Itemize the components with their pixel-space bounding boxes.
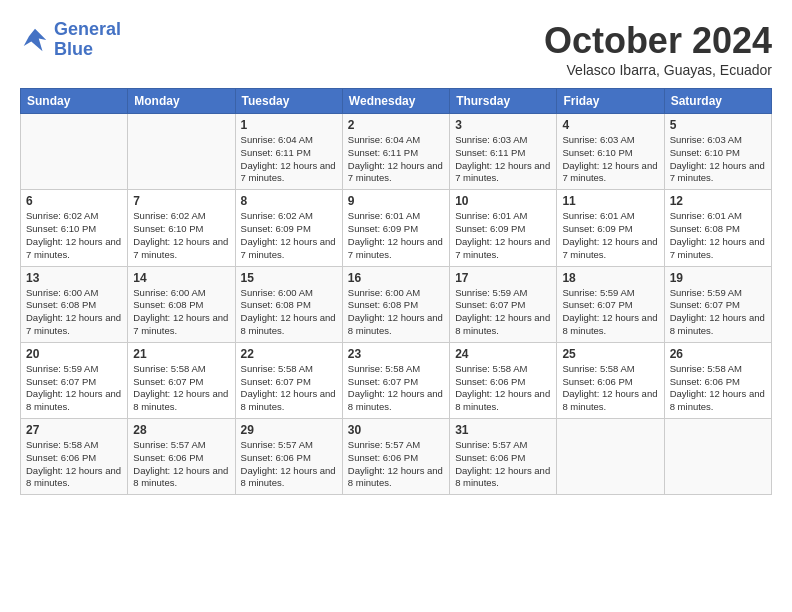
day-number: 4 [562, 118, 658, 132]
day-number: 26 [670, 347, 766, 361]
day-info: Sunrise: 6:00 AM Sunset: 6:08 PM Dayligh… [241, 287, 337, 338]
day-number: 18 [562, 271, 658, 285]
day-info: Sunrise: 6:02 AM Sunset: 6:10 PM Dayligh… [26, 210, 122, 261]
weekday-header-monday: Monday [128, 89, 235, 114]
day-info: Sunrise: 5:59 AM Sunset: 6:07 PM Dayligh… [26, 363, 122, 414]
day-number: 30 [348, 423, 444, 437]
calendar-cell: 2Sunrise: 6:04 AM Sunset: 6:11 PM Daylig… [342, 114, 449, 190]
day-info: Sunrise: 5:58 AM Sunset: 6:06 PM Dayligh… [670, 363, 766, 414]
day-number: 20 [26, 347, 122, 361]
day-info: Sunrise: 6:00 AM Sunset: 6:08 PM Dayligh… [26, 287, 122, 338]
logo: General Blue [20, 20, 121, 60]
calendar-cell: 10Sunrise: 6:01 AM Sunset: 6:09 PM Dayli… [450, 190, 557, 266]
day-number: 31 [455, 423, 551, 437]
calendar-cell: 30Sunrise: 5:57 AM Sunset: 6:06 PM Dayli… [342, 419, 449, 495]
calendar-cell: 15Sunrise: 6:00 AM Sunset: 6:08 PM Dayli… [235, 266, 342, 342]
day-info: Sunrise: 5:57 AM Sunset: 6:06 PM Dayligh… [348, 439, 444, 490]
day-number: 2 [348, 118, 444, 132]
calendar-body: 1Sunrise: 6:04 AM Sunset: 6:11 PM Daylig… [21, 114, 772, 495]
calendar-week-2: 6Sunrise: 6:02 AM Sunset: 6:10 PM Daylig… [21, 190, 772, 266]
day-info: Sunrise: 6:04 AM Sunset: 6:11 PM Dayligh… [348, 134, 444, 185]
day-info: Sunrise: 6:02 AM Sunset: 6:09 PM Dayligh… [241, 210, 337, 261]
day-number: 15 [241, 271, 337, 285]
day-number: 9 [348, 194, 444, 208]
day-info: Sunrise: 6:01 AM Sunset: 6:09 PM Dayligh… [348, 210, 444, 261]
day-number: 5 [670, 118, 766, 132]
day-number: 25 [562, 347, 658, 361]
calendar-cell: 27Sunrise: 5:58 AM Sunset: 6:06 PM Dayli… [21, 419, 128, 495]
day-number: 3 [455, 118, 551, 132]
weekday-header-row: SundayMondayTuesdayWednesdayThursdayFrid… [21, 89, 772, 114]
calendar-cell: 29Sunrise: 5:57 AM Sunset: 6:06 PM Dayli… [235, 419, 342, 495]
day-number: 13 [26, 271, 122, 285]
day-info: Sunrise: 6:04 AM Sunset: 6:11 PM Dayligh… [241, 134, 337, 185]
day-number: 24 [455, 347, 551, 361]
day-number: 19 [670, 271, 766, 285]
day-number: 8 [241, 194, 337, 208]
day-info: Sunrise: 6:01 AM Sunset: 6:09 PM Dayligh… [562, 210, 658, 261]
day-number: 17 [455, 271, 551, 285]
calendar-cell [557, 419, 664, 495]
weekday-header-saturday: Saturday [664, 89, 771, 114]
weekday-header-sunday: Sunday [21, 89, 128, 114]
day-info: Sunrise: 6:01 AM Sunset: 6:08 PM Dayligh… [670, 210, 766, 261]
day-info: Sunrise: 5:59 AM Sunset: 6:07 PM Dayligh… [562, 287, 658, 338]
day-info: Sunrise: 5:57 AM Sunset: 6:06 PM Dayligh… [241, 439, 337, 490]
calendar-cell: 8Sunrise: 6:02 AM Sunset: 6:09 PM Daylig… [235, 190, 342, 266]
calendar-cell: 22Sunrise: 5:58 AM Sunset: 6:07 PM Dayli… [235, 342, 342, 418]
calendar-cell: 20Sunrise: 5:59 AM Sunset: 6:07 PM Dayli… [21, 342, 128, 418]
day-number: 16 [348, 271, 444, 285]
day-info: Sunrise: 6:00 AM Sunset: 6:08 PM Dayligh… [133, 287, 229, 338]
calendar-cell: 25Sunrise: 5:58 AM Sunset: 6:06 PM Dayli… [557, 342, 664, 418]
location: Velasco Ibarra, Guayas, Ecuador [544, 62, 772, 78]
calendar-week-4: 20Sunrise: 5:59 AM Sunset: 6:07 PM Dayli… [21, 342, 772, 418]
calendar-week-1: 1Sunrise: 6:04 AM Sunset: 6:11 PM Daylig… [21, 114, 772, 190]
calendar-cell: 26Sunrise: 5:58 AM Sunset: 6:06 PM Dayli… [664, 342, 771, 418]
weekday-header-tuesday: Tuesday [235, 89, 342, 114]
calendar-cell [21, 114, 128, 190]
day-number: 14 [133, 271, 229, 285]
day-number: 11 [562, 194, 658, 208]
calendar-cell: 9Sunrise: 6:01 AM Sunset: 6:09 PM Daylig… [342, 190, 449, 266]
day-number: 28 [133, 423, 229, 437]
day-number: 22 [241, 347, 337, 361]
day-info: Sunrise: 5:58 AM Sunset: 6:06 PM Dayligh… [562, 363, 658, 414]
calendar-cell: 28Sunrise: 5:57 AM Sunset: 6:06 PM Dayli… [128, 419, 235, 495]
day-number: 10 [455, 194, 551, 208]
weekday-header-wednesday: Wednesday [342, 89, 449, 114]
day-number: 7 [133, 194, 229, 208]
calendar-week-3: 13Sunrise: 6:00 AM Sunset: 6:08 PM Dayli… [21, 266, 772, 342]
day-info: Sunrise: 6:01 AM Sunset: 6:09 PM Dayligh… [455, 210, 551, 261]
calendar-cell: 21Sunrise: 5:58 AM Sunset: 6:07 PM Dayli… [128, 342, 235, 418]
month-title: October 2024 [544, 20, 772, 62]
day-info: Sunrise: 5:58 AM Sunset: 6:07 PM Dayligh… [241, 363, 337, 414]
day-info: Sunrise: 6:03 AM Sunset: 6:11 PM Dayligh… [455, 134, 551, 185]
day-info: Sunrise: 5:59 AM Sunset: 6:07 PM Dayligh… [670, 287, 766, 338]
day-info: Sunrise: 5:57 AM Sunset: 6:06 PM Dayligh… [455, 439, 551, 490]
calendar-table: SundayMondayTuesdayWednesdayThursdayFrid… [20, 88, 772, 495]
calendar-cell [128, 114, 235, 190]
weekday-header-friday: Friday [557, 89, 664, 114]
day-info: Sunrise: 5:59 AM Sunset: 6:07 PM Dayligh… [455, 287, 551, 338]
day-info: Sunrise: 6:03 AM Sunset: 6:10 PM Dayligh… [562, 134, 658, 185]
day-number: 23 [348, 347, 444, 361]
day-number: 1 [241, 118, 337, 132]
day-info: Sunrise: 5:58 AM Sunset: 6:07 PM Dayligh… [133, 363, 229, 414]
page-header: General Blue October 2024 Velasco Ibarra… [20, 20, 772, 78]
logo-text: General Blue [54, 20, 121, 60]
calendar-cell: 13Sunrise: 6:00 AM Sunset: 6:08 PM Dayli… [21, 266, 128, 342]
day-info: Sunrise: 5:57 AM Sunset: 6:06 PM Dayligh… [133, 439, 229, 490]
day-number: 12 [670, 194, 766, 208]
calendar-cell: 6Sunrise: 6:02 AM Sunset: 6:10 PM Daylig… [21, 190, 128, 266]
calendar-cell [664, 419, 771, 495]
calendar-cell: 4Sunrise: 6:03 AM Sunset: 6:10 PM Daylig… [557, 114, 664, 190]
logo-icon [20, 25, 50, 55]
day-info: Sunrise: 6:03 AM Sunset: 6:10 PM Dayligh… [670, 134, 766, 185]
calendar-cell: 23Sunrise: 5:58 AM Sunset: 6:07 PM Dayli… [342, 342, 449, 418]
day-number: 6 [26, 194, 122, 208]
calendar-cell: 17Sunrise: 5:59 AM Sunset: 6:07 PM Dayli… [450, 266, 557, 342]
day-info: Sunrise: 6:02 AM Sunset: 6:10 PM Dayligh… [133, 210, 229, 261]
svg-marker-0 [24, 29, 47, 52]
day-info: Sunrise: 5:58 AM Sunset: 6:06 PM Dayligh… [26, 439, 122, 490]
calendar-cell: 1Sunrise: 6:04 AM Sunset: 6:11 PM Daylig… [235, 114, 342, 190]
